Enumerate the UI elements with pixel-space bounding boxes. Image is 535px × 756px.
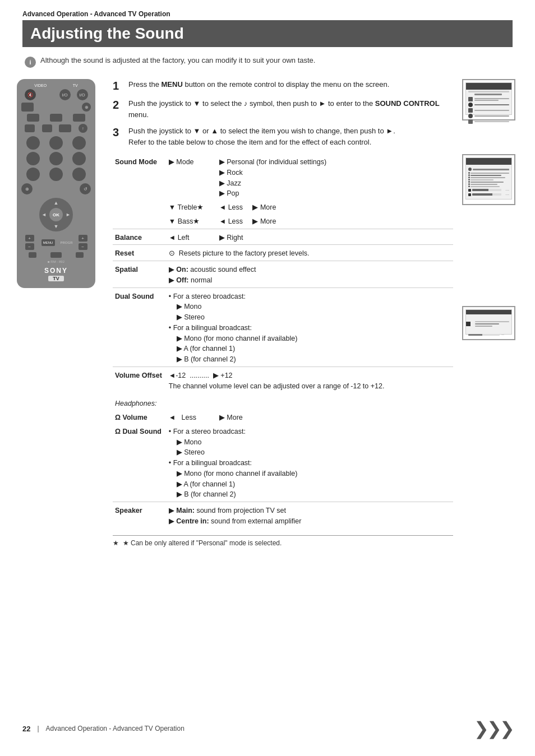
- extra-btn-3[interactable]: [76, 252, 84, 258]
- tv-side-row-2: [466, 102, 511, 108]
- d1: [468, 172, 470, 174]
- remote-power-video[interactable]: I/O: [59, 89, 71, 100]
- dp2-track: [472, 193, 501, 196]
- step-3: 3 Push the joystick to ▼ or ▲ to select …: [113, 126, 453, 147]
- bass-label: [113, 215, 167, 229]
- b2: [471, 175, 501, 176]
- page-title: Adjusting the Sound: [22, 20, 513, 47]
- bass-col2: ▼ Bass★: [167, 215, 217, 229]
- remote-circle-7[interactable]: [26, 168, 40, 181]
- tv-screen-1: [465, 82, 512, 115]
- step-num-1: 1: [113, 79, 124, 92]
- sound-mode-col2: ▶ Mode: [167, 155, 217, 201]
- dots-row: [468, 172, 509, 187]
- dual-prog-1: ----: [468, 188, 509, 192]
- b4: [471, 179, 494, 180]
- prog-dot-1: [468, 168, 472, 171]
- intro-row: i Although the sound is adjusted at the …: [22, 56, 513, 68]
- remote-btn-d[interactable]: [50, 114, 62, 122]
- vol-down[interactable]: −: [25, 243, 34, 250]
- extra-btn-2[interactable]: [50, 252, 62, 258]
- tv-screen-2: ---- ----: [465, 157, 512, 200]
- dp1-val: ----: [502, 188, 509, 192]
- remote-btn-g[interactable]: [42, 124, 52, 132]
- tv-side-row-5: [466, 119, 511, 124]
- footer-left: 22 | Advanced Operation - Advanced TV Op…: [22, 725, 185, 733]
- remote-row-3: [21, 114, 91, 122]
- remote-btn-b[interactable]: ⊕: [82, 103, 91, 112]
- step-2-text: Push the joystick to ▼ to select the ♪ s…: [128, 98, 453, 120]
- tv-side-row-3: [466, 108, 511, 113]
- bars-col: [471, 173, 509, 187]
- remote-plus[interactable]: ⊕: [21, 183, 33, 194]
- remote-circle-5[interactable]: [49, 152, 63, 165]
- dp2-icon: [468, 193, 471, 196]
- next-arrows: ❯❯❯: [474, 718, 513, 739]
- center-lines: [475, 321, 511, 327]
- sound-mode-col3: ▶ Personal (for individual settings) ▶ R…: [217, 155, 453, 201]
- arrow-down[interactable]: ▼: [54, 224, 59, 229]
- d2: [468, 174, 470, 176]
- joystick-cluster[interactable]: ▲ ▼ ◄ ► OK: [39, 198, 73, 231]
- vol-up[interactable]: +: [25, 235, 34, 242]
- step-1-text: Press the MENU button on the remote cont…: [128, 79, 389, 90]
- table-row-bass: ▼ Bass★ ◄ Less ▶ More: [113, 215, 453, 229]
- tv-icon-box-3: [468, 119, 473, 124]
- tv-line-b: [474, 100, 499, 101]
- page-number: 22: [22, 725, 30, 733]
- dp1-icon: [468, 189, 471, 192]
- tv-icon-dot: [468, 103, 473, 107]
- reset-col2: ⊙ Resets picture to the factory preset l…: [167, 245, 453, 261]
- remote-btn-h[interactable]: [59, 124, 71, 132]
- d7: [468, 185, 470, 187]
- ch-group: + −: [79, 235, 87, 250]
- balance-col2: ◄ Left: [167, 229, 217, 245]
- step-num-3: 3: [113, 126, 124, 139]
- d4: [468, 179, 470, 180]
- remote-circle-1[interactable]: [26, 136, 40, 150]
- reset-label: Reset: [113, 245, 167, 261]
- arrow-up[interactable]: ▲: [54, 200, 59, 206]
- remote-btn-i[interactable]: ↑: [79, 124, 87, 133]
- omega-volume-label: Ω Volume: [113, 411, 167, 425]
- steps-panel: 1 Press the MENU button on the remote co…: [113, 79, 453, 547]
- remote-top-labels: VIDEO TV: [21, 84, 91, 87]
- remote-btn-e[interactable]: [73, 114, 85, 122]
- prog-text: ---: [501, 333, 509, 336]
- remote-circle-8[interactable]: [49, 168, 63, 181]
- cl1: [475, 321, 509, 322]
- tv-content-2: ---- ----: [466, 166, 511, 198]
- omega-volume-col2: ◄ Less: [167, 411, 217, 425]
- arrow-left[interactable]: ◄: [41, 212, 47, 217]
- center-dot: [466, 322, 471, 326]
- remote-row-4: ↑: [21, 124, 91, 133]
- tv-line-c: [474, 104, 509, 105]
- speaker-label: Speaker: [113, 502, 167, 528]
- remote-settings[interactable]: ↺: [80, 183, 91, 194]
- ok-button[interactable]: OK: [49, 208, 63, 221]
- b5: [471, 182, 504, 183]
- remote-btn-f[interactable]: [25, 124, 35, 132]
- remote-circle-6[interactable]: [72, 152, 86, 165]
- menu-btn[interactable]: MENU: [41, 239, 55, 246]
- remote-circle-9[interactable]: [72, 168, 86, 181]
- footnote-text: ★ Can be only altered if "Personal" mode…: [123, 539, 282, 547]
- extra-btn-1[interactable]: [29, 252, 36, 258]
- prog-bar-1: [473, 169, 509, 170]
- ch-up[interactable]: +: [79, 235, 87, 242]
- table-row-headphones-header: Headphones:: [113, 393, 453, 411]
- remote-circle-4[interactable]: [26, 152, 40, 165]
- d3: [468, 177, 470, 178]
- page-wrapper: Advanced Operation - Advanced TV Operati…: [0, 0, 535, 756]
- tv-side-row-4: [466, 113, 511, 119]
- remote-circle-3[interactable]: [72, 136, 86, 150]
- table-row-volume-offset: Volume Offset ◄-12 .......... ▶ +12 The …: [113, 367, 453, 393]
- remote-btn-c[interactable]: [27, 114, 39, 122]
- remote-circle-2[interactable]: [49, 136, 63, 150]
- remote-power-tv[interactable]: I/O: [77, 89, 88, 100]
- remote-mute-btn[interactable]: 🔇: [25, 89, 36, 100]
- arrow-right[interactable]: ►: [66, 212, 71, 217]
- ch-down[interactable]: −: [79, 243, 87, 250]
- remote-btn-a[interactable]: [21, 103, 34, 112]
- page-footer: 22 | Advanced Operation - Advanced TV Op…: [0, 718, 535, 739]
